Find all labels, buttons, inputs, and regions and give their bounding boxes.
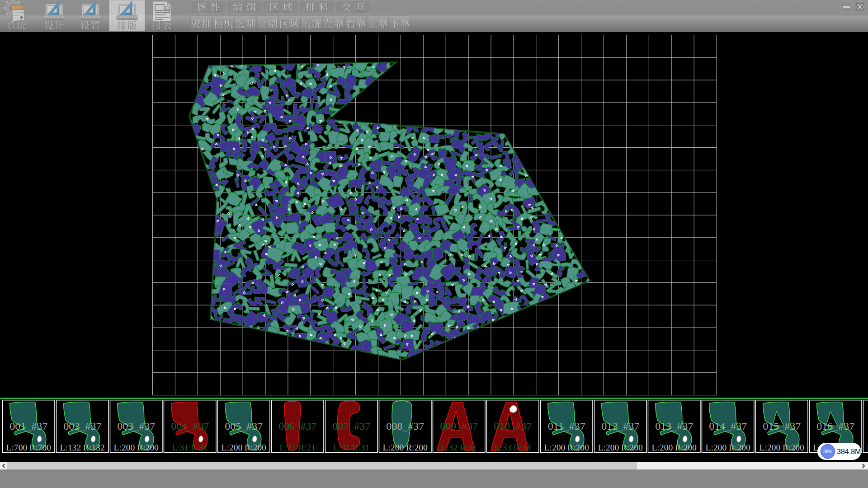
svg-text:L:700 R:700: L:700 R:700 [6,443,51,452]
svg-text:014_#37: 014_#37 [709,420,747,432]
svg-text:015_#37: 015_#37 [763,420,801,432]
svg-text:384.8M: 384.8M [837,448,861,455]
svg-text:L:200 R:200: L:200 R:200 [760,443,804,452]
svg-text:004_#37: 004_#37 [171,420,209,432]
svg-text:010_#37: 010_#37 [494,420,532,432]
svg-text:L:31 R:31: L:31 R:31 [172,443,208,452]
svg-text:L:200 R:200: L:200 R:200 [383,443,428,452]
svg-text:L:200 R:200: L:200 R:200 [222,443,266,452]
svg-text:006_#37: 006_#37 [278,420,316,432]
svg-text:L:33 R:33: L:33 R:33 [495,443,531,452]
svg-text:005_#37: 005_#37 [225,420,263,432]
svg-text:003_#37: 003_#37 [117,420,155,432]
svg-text:L:200 R:200: L:200 R:200 [652,443,697,452]
svg-text:008_#37: 008_#37 [386,420,424,432]
svg-text:L:132 R:132: L:132 R:132 [60,443,105,452]
svg-text:007_#37: 007_#37 [332,420,370,432]
svg-text:001_#37: 001_#37 [9,420,47,432]
svg-text:L:200 R:200: L:200 R:200 [598,443,643,452]
svg-text:L:31 R:31: L:31 R:31 [333,443,369,452]
svg-text:011_#37: 011_#37 [548,420,585,432]
svg-text:L:200 R:200: L:200 R:200 [114,443,159,452]
svg-text:012_#37: 012_#37 [601,420,639,432]
svg-text:38%: 38% [823,449,832,454]
svg-text:002_#37: 002_#37 [63,420,101,432]
svg-text:L:200 R:200: L:200 R:200 [544,443,589,452]
svg-text:013_#37: 013_#37 [655,420,693,432]
svg-text:016_#37: 016_#37 [816,420,854,432]
svg-text:L:200 R:200: L:200 R:200 [706,443,750,452]
svg-text:009_#37: 009_#37 [440,420,478,432]
svg-text:L:32 R:31: L:32 R:31 [441,443,477,452]
svg-text:L:21 R:21: L:21 R:21 [279,443,316,452]
